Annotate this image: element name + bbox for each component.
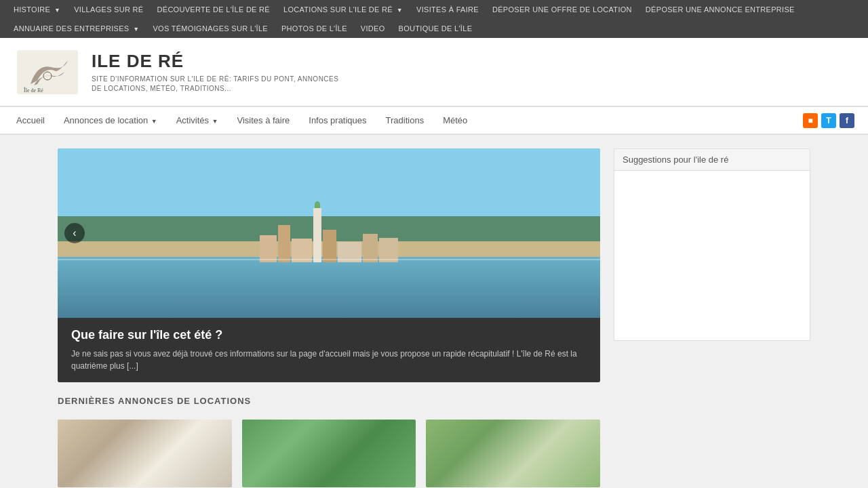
card-image (242, 420, 416, 487)
suggestions-widget: Suggestions pour l'ile de ré (614, 148, 810, 341)
location-card: Location Maison / Villa à Sainte Marie –… (426, 420, 600, 488)
widget-content (614, 171, 810, 340)
top-nav-item: DÉPOSER UNE ANNONCE ENTREPRISE (639, 0, 802, 19)
slide-title: Que faire sur l'île cet été ? (71, 328, 587, 342)
rss-icon[interactable]: ■ (803, 113, 818, 128)
main-nav-item: Infos pratiques (299, 107, 376, 134)
top-nav-item: DÉCOUVERTE DE L'ÎLE DE RÉ (151, 0, 277, 19)
main-nav-link[interactable]: Annonces de location ▼ (54, 107, 167, 134)
main-nav-item: Traditions (376, 107, 434, 134)
site-header: Île de Ré ILE DE RÉ SITE D'INFORMATION S… (0, 38, 868, 106)
twitter-icon[interactable]: T (821, 113, 836, 128)
card-image (426, 420, 600, 487)
building-5 (338, 242, 361, 262)
building-6 (363, 234, 378, 262)
main-nav-link[interactable]: Traditions (376, 107, 434, 134)
top-nav-link[interactable]: ANNUAIRE DES ENTREPRISES ▼ (7, 19, 146, 38)
top-nav-link[interactable]: VILLAGES SUR RÉ (67, 0, 150, 19)
main-nav-link[interactable]: Accueil (7, 107, 54, 134)
top-nav-item: VIDEO (354, 19, 392, 38)
header-text: ILE DE RÉ SITE D'INFORMATION SUR L'ILE D… (92, 51, 349, 94)
top-nav-list: HISTOIRE ▼VILLAGES SUR RÉDÉCOUVERTE DE L… (0, 0, 868, 38)
image-slider: ‹ Que faire sur l'île cet été ? Je ne sa… (58, 148, 600, 382)
building-3 (292, 239, 312, 262)
location-cards: Location Studio 35m² au Bois plage – 117… (58, 420, 600, 488)
top-nav-item: HISTOIRE ▼ (7, 0, 67, 19)
dropdown-arrow-icon: ▼ (52, 7, 60, 14)
social-icons: ■ T f (803, 113, 861, 128)
site-subtitle: SITE D'INFORMATION SUR L'ILE DE RÉ: TARI… (92, 75, 349, 94)
top-nav-link[interactable]: VISITES À FAIRE (410, 0, 486, 19)
site-logo: Île de Ré (14, 48, 81, 96)
section-title-locations: DERNIÈRES ANNONCES DE LOCATIONS (58, 396, 600, 409)
main-nav-link[interactable]: Infos pratiques (299, 107, 376, 134)
top-nav-link[interactable]: LOCATIONS SUR L'ILE DE RÉ ▼ (277, 0, 410, 19)
main-nav-link[interactable]: Activités ▼ (167, 107, 228, 134)
content-area: ‹ Que faire sur l'île cet été ? Je ne sa… (47, 148, 821, 488)
top-nav-link[interactable]: DÉPOSER UNE OFFRE DE LOCATION (486, 0, 639, 19)
facebook-icon[interactable]: f (840, 113, 854, 128)
top-nav-link[interactable]: DÉCOUVERTE DE L'ÎLE DE RÉ (151, 0, 277, 19)
top-nav-link[interactable]: DÉPOSER UNE ANNONCE ENTREPRISE (639, 0, 802, 19)
main-nav-item: Visites à faire (227, 107, 299, 134)
site-title: ILE DE RÉ (92, 51, 349, 72)
main-nav-item: Météo (433, 107, 477, 134)
slide-image: ‹ (58, 148, 600, 318)
top-nav-item: PHOTOS DE L'ÎLE (275, 19, 354, 38)
top-nav-item: VISITES À FAIRE (410, 0, 486, 19)
top-nav-item: VOS TÉMOIGNAGES SUR L'ÎLE (146, 19, 275, 38)
location-card: Location Studio 35m² au Bois plage – 117 (58, 420, 232, 488)
building-1 (260, 235, 277, 262)
top-nav-item: VILLAGES SUR RÉ (67, 0, 150, 19)
top-nav-link[interactable]: BOUTIQUE DE L'ÎLE (392, 19, 479, 38)
top-nav-item: LOCATIONS SUR L'ILE DE RÉ ▼ (277, 0, 410, 19)
svg-text:Île de Ré: Île de Ré (24, 87, 43, 94)
top-nav-link[interactable]: PHOTOS DE L'ÎLE (275, 19, 354, 38)
top-nav-item: DÉPOSER UNE OFFRE DE LOCATION (486, 0, 639, 19)
card-image (58, 420, 232, 487)
top-nav-link[interactable]: VOS TÉMOIGNAGES SUR L'ÎLE (146, 19, 275, 38)
main-nav-item: Activités ▼ (167, 107, 228, 134)
sidebar: Suggestions pour l'ile de ré (614, 148, 810, 488)
slide-text: Je ne sais pas si vous avez déjà trouvé … (71, 348, 587, 372)
slide-buildings (260, 208, 398, 262)
top-nav-link[interactable]: HISTOIRE ▼ (7, 0, 67, 19)
lighthouse (313, 208, 321, 262)
dropdown-arrow-icon: ▼ (210, 118, 218, 125)
main-nav-list: AccueilAnnonces de location ▼Activités ▼… (7, 107, 477, 134)
main-navigation: AccueilAnnonces de location ▼Activités ▼… (0, 106, 868, 135)
slider-prev-button[interactable]: ‹ (64, 223, 85, 243)
top-nav-link[interactable]: VIDEO (354, 19, 392, 38)
location-card: Location Studio à Saint Martin – 116 (242, 420, 416, 488)
building-2 (278, 225, 290, 262)
dropdown-arrow-icon: ▼ (131, 26, 139, 33)
main-nav-item: Accueil (7, 107, 54, 134)
top-nav-item: ANNUAIRE DES ENTREPRISES ▼ (7, 19, 146, 38)
dropdown-arrow-icon: ▼ (149, 118, 157, 125)
main-nav-link[interactable]: Visites à faire (227, 107, 299, 134)
main-nav-link[interactable]: Météo (433, 107, 477, 134)
main-nav-item: Annonces de location ▼ (54, 107, 167, 134)
top-navigation: HISTOIRE ▼VILLAGES SUR RÉDÉCOUVERTE DE L… (0, 0, 868, 38)
top-nav-item: BOUTIQUE DE L'ÎLE (392, 19, 479, 38)
dropdown-arrow-icon: ▼ (395, 7, 403, 14)
widget-title: Suggestions pour l'ile de ré (614, 149, 810, 171)
building-4 (323, 230, 336, 262)
main-content: ‹ Que faire sur l'île cet été ? Je ne sa… (58, 148, 600, 488)
slide-caption: Que faire sur l'île cet été ? Je ne sais… (58, 318, 600, 382)
building-7 (379, 238, 398, 262)
